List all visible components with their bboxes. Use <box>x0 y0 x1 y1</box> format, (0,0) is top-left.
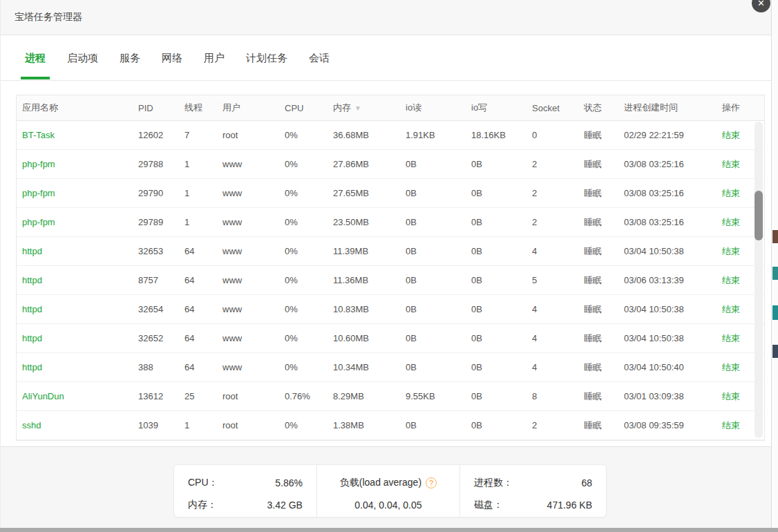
tab-process[interactable]: 进程 <box>25 36 46 80</box>
table-header-row: 应用名称PID线程用户CPU内存▼io读io写Socket状态进程创建时间操作 <box>17 95 764 121</box>
cell-action[interactable]: 结束 <box>722 419 755 432</box>
dialog-title: 宝塔任务管理器 <box>15 11 82 23</box>
cell-threads: 7 <box>184 130 222 140</box>
cell-io_write: 18.16KB <box>471 130 532 140</box>
stat-col-cpu-mem: CPU： 5.86% 内存： 3.42 GB <box>174 465 317 517</box>
cell-threads: 64 <box>184 362 222 372</box>
cell-io_read: 0B <box>406 304 471 314</box>
cell-user: www <box>222 217 285 227</box>
table-row: php-fpm297901www0%27.65MB0B0B2睡眠03/08 03… <box>17 179 764 208</box>
cell-threads: 1 <box>184 217 222 227</box>
cell-memory: 10.60MB <box>333 333 406 343</box>
cell-name: httpd <box>17 275 138 285</box>
cell-action[interactable]: 结束 <box>722 158 755 171</box>
tab-session[interactable]: 会话 <box>309 36 330 80</box>
col-header-status[interactable]: 状态 <box>584 102 624 114</box>
table-row: httpd875764www0%11.36MB0B0B5睡眠03/06 03:1… <box>17 266 764 295</box>
col-header-io_write[interactable]: io写 <box>471 102 532 114</box>
scrollbar-track[interactable] <box>755 122 763 438</box>
cell-cpu: 0% <box>285 420 333 430</box>
cell-created: 03/08 03:25:16 <box>624 159 722 169</box>
cell-user: www <box>222 275 285 285</box>
help-icon[interactable]: ? <box>426 477 437 488</box>
tab-cron[interactable]: 计划任务 <box>246 36 287 80</box>
cell-action[interactable]: 结束 <box>722 361 755 374</box>
cell-memory: 10.34MB <box>333 362 406 372</box>
memory-label: 内存： <box>188 499 217 511</box>
cell-cpu: 0% <box>285 333 333 343</box>
background-artifact <box>772 345 778 358</box>
cell-memory: 11.36MB <box>333 275 406 285</box>
cell-status: 睡眠 <box>584 390 624 403</box>
status-footer: CPU： 5.86% 内存： 3.42 GB 负载(load average) … <box>1 446 771 528</box>
page-behind-bottom <box>0 528 778 532</box>
scrollbar-thumb[interactable] <box>755 191 763 240</box>
cell-cpu: 0% <box>285 130 333 140</box>
col-header-name[interactable]: 应用名称 <box>17 102 138 114</box>
memory-value: 3.42 GB <box>267 500 303 511</box>
tab-service[interactable]: 服务 <box>120 36 140 80</box>
col-header-created[interactable]: 进程创建时间 <box>624 102 722 114</box>
cell-cpu: 0% <box>285 304 333 314</box>
stats-box: CPU： 5.86% 内存： 3.42 GB 负载(load average) … <box>173 464 607 517</box>
table-body: BT-Task126027root0%36.68MB1.91KB18.16KB0… <box>17 121 764 440</box>
cell-created: 03/04 10:50:38 <box>624 304 722 314</box>
tab-user[interactable]: 用户 <box>204 36 225 80</box>
cell-user: root <box>222 130 285 140</box>
cell-user: www <box>222 159 285 169</box>
cell-io_write: 0B <box>471 391 532 401</box>
col-header-io_read[interactable]: io读 <box>406 102 471 114</box>
cell-status: 睡眠 <box>584 187 624 200</box>
cell-pid: 12602 <box>138 130 184 140</box>
cell-cpu: 0.76% <box>285 391 333 401</box>
cell-created: 03/01 03:09:38 <box>624 391 722 401</box>
cell-action[interactable]: 结束 <box>722 332 755 345</box>
cell-io_write: 0B <box>471 420 532 430</box>
cell-created: 03/06 03:13:39 <box>624 275 722 285</box>
cell-pid: 32652 <box>138 333 184 343</box>
col-header-socket[interactable]: Socket <box>532 103 584 113</box>
disk-value: 471.96 KB <box>547 500 592 511</box>
tab-network[interactable]: 网络 <box>162 36 182 80</box>
cell-action[interactable]: 结束 <box>722 129 755 142</box>
table-row: httpd38864www0%10.34MB0B0B4睡眠03/04 10:50… <box>17 353 764 382</box>
cell-user: root <box>222 420 285 430</box>
col-header-pid[interactable]: PID <box>138 103 184 113</box>
cell-user: www <box>222 304 285 314</box>
cell-threads: 25 <box>184 391 222 401</box>
cell-status: 睡眠 <box>584 274 624 287</box>
task-manager-dialog: 宝塔任务管理器 ✕ 进程启动项服务网络用户计划任务会话 应用名称PID线程用户C… <box>0 0 772 528</box>
cell-action[interactable]: 结束 <box>722 303 755 316</box>
tab-startup[interactable]: 启动项 <box>67 36 98 80</box>
col-header-action[interactable]: 操作 <box>722 102 755 114</box>
cell-io_write: 0B <box>471 217 532 227</box>
cell-action[interactable]: 结束 <box>722 274 755 287</box>
cell-user: www <box>222 362 285 372</box>
cell-socket: 5 <box>532 275 584 285</box>
col-header-threads[interactable]: 线程 <box>184 102 222 114</box>
cell-status: 睡眠 <box>584 332 624 345</box>
cell-socket: 4 <box>532 333 584 343</box>
table-row: sshd10391root0%1.38MB0B0B2睡眠03/08 09:35:… <box>17 411 764 440</box>
cell-status: 睡眠 <box>584 129 624 142</box>
cell-socket: 4 <box>532 246 584 256</box>
cell-action[interactable]: 结束 <box>722 187 755 200</box>
col-header-memory[interactable]: 内存▼ <box>333 102 406 114</box>
cell-io_read: 0B <box>406 217 471 227</box>
cell-action[interactable]: 结束 <box>722 216 755 229</box>
cell-action[interactable]: 结束 <box>722 245 755 258</box>
cell-name: httpd <box>17 304 138 314</box>
cell-user: root <box>222 391 285 401</box>
cell-memory: 10.83MB <box>333 304 406 314</box>
cell-socket: 2 <box>532 159 584 169</box>
col-header-cpu[interactable]: CPU <box>285 103 333 113</box>
col-header-user[interactable]: 用户 <box>222 102 285 114</box>
cell-pid: 8757 <box>138 275 184 285</box>
cell-name: httpd <box>17 362 138 372</box>
process-table: 应用名称PID线程用户CPU内存▼io读io写Socket状态进程创建时间操作 … <box>16 95 765 441</box>
cell-name: httpd <box>17 246 138 256</box>
cell-action[interactable]: 结束 <box>722 390 755 403</box>
cell-user: www <box>222 188 285 198</box>
cell-cpu: 0% <box>285 159 333 169</box>
cell-created: 03/04 10:50:38 <box>624 333 722 343</box>
